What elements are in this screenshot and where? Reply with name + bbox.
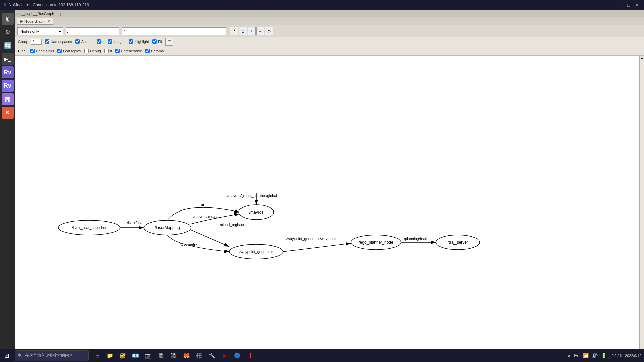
tray-volume[interactable]: 🔊 (591, 353, 599, 358)
main-content: rqt_graph__RosGraph - rqt ◉ Node Graph ✕… (15, 10, 644, 362)
options-row1: Group: Namespaces Actions tf Images (15, 37, 644, 46)
app-icon: 🖥 (3, 3, 7, 7)
tab-icon: ◉ (20, 19, 23, 23)
cb-tf2[interactable] (104, 49, 109, 53)
tray-battery[interactable]: 🔋 (600, 353, 608, 358)
settings-btn[interactable]: ⚙ (265, 27, 273, 35)
actions-label: Actions (81, 40, 93, 44)
leaf-topics-label: Leaf topics (63, 49, 81, 53)
explorer-btn[interactable]: 📁 (104, 349, 116, 362)
zoom-out-btn[interactable]: − (256, 27, 264, 35)
highlight-label: Highlight (135, 40, 149, 44)
plugin-tabs: ◉ Node Graph ✕ (15, 17, 644, 25)
unreachable-label: Unreachable (121, 49, 142, 53)
media-btn[interactable]: 🎬 (168, 349, 180, 362)
refresh-btn[interactable]: ↺ (230, 27, 238, 35)
lock-btn[interactable]: 🔐 (117, 349, 129, 362)
tray-network[interactable]: 📶 (582, 353, 590, 358)
cb-tf[interactable] (97, 39, 101, 44)
close-btn[interactable]: ✕ (633, 2, 641, 8)
node-mavros-label: /mavros (249, 210, 264, 215)
maximize-btn[interactable]: □ (625, 2, 633, 8)
taskbar-search[interactable]: 🔍 在这里输入你要搜索的内容 (15, 350, 89, 361)
window-title: rqt_graph__RosGraph - rqt (17, 12, 62, 16)
edge-label-imu: /mavros/imu/data (193, 215, 222, 219)
fit-label: Fit (158, 40, 162, 44)
search-placeholder: 在这里输入你要搜索的内容 (25, 353, 73, 358)
params-label: Params (151, 49, 164, 53)
tab-close-icon[interactable]: ✕ (47, 19, 50, 23)
sidebar: 🐧 ⚙ 🔄 ▶_ Rv Rv 📊 S (0, 10, 15, 362)
sidebar-ubuntu[interactable]: 🐧 (2, 13, 14, 25)
edge-laser-waypoint-odo (167, 235, 229, 252)
mode-select[interactable]: Nodes only Nodes/Topics (active) Nodes/T… (17, 27, 63, 35)
debug-label: Debug (90, 49, 101, 53)
music-btn[interactable]: ▶ (219, 349, 231, 362)
zoom-in-btn[interactable]: + (248, 27, 256, 35)
minimize-btn[interactable]: ─ (616, 2, 624, 8)
sidebar-rviz1[interactable]: Rv (2, 66, 14, 78)
fit-btn[interactable]: ⊡ (239, 27, 247, 35)
scroll-vtrack[interactable] (640, 60, 644, 353)
email-btn[interactable]: 📧 (129, 349, 142, 362)
group-label: Group: (18, 40, 30, 44)
node-graph-tab[interactable]: ◉ Node Graph ✕ (17, 18, 53, 25)
sidebar-terminal[interactable]: ▶_ (2, 53, 14, 65)
filter2-input[interactable] (122, 27, 226, 35)
sidebar-rviz2[interactable]: Rv (2, 80, 14, 92)
start-button[interactable]: ⊞ (0, 349, 13, 362)
tray-lang[interactable]: En (573, 353, 581, 358)
edge-label-odometry: /Odometry (180, 242, 197, 246)
node-traj-server-label: /traj_server (448, 240, 468, 245)
titlebar-text: NoMachine - Connection to 192.168.110.21… (9, 3, 89, 7)
filter1-input[interactable] (66, 27, 119, 35)
sidebar-sd[interactable]: S (2, 107, 14, 119)
taskbar: ⊞ 🔍 在这里输入你要搜索的内容 ⊟ 📁 🔐 📧 📷 📓 🎬 🦊 🌐 🔧 ▶ 🔵… (0, 349, 644, 362)
app2-btn[interactable]: 🔵 (231, 349, 244, 362)
sidebar-app[interactable]: 📊 (2, 93, 14, 105)
cb-actions[interactable] (75, 39, 80, 44)
edge-label-bspline: /planning/bspline (404, 237, 432, 241)
tray-date: 2022/9/12 (625, 354, 641, 358)
tray-time: 14:19 (612, 353, 622, 358)
camera-btn[interactable]: 📷 (142, 349, 154, 362)
app3-btn[interactable]: ❗ (244, 349, 256, 362)
edge-label-tf: /tf (201, 203, 204, 207)
tray-chevron[interactable]: ∧ (566, 353, 572, 358)
node-livox-label: /livox_lidar_publisher (72, 226, 107, 230)
edge-waypoint-ego (283, 243, 351, 252)
images-label: Images (113, 40, 125, 44)
note-btn[interactable]: 📓 (155, 349, 167, 362)
browser-btn[interactable]: 🦊 (180, 349, 193, 362)
namespaces-label: Namespaces (51, 40, 72, 44)
tab-label: Node Graph (24, 19, 45, 23)
toolbar: Nodes only Nodes/Topics (active) Nodes/T… (15, 25, 644, 37)
node-waypoint-gen-label: /waypoint_generator (239, 250, 273, 254)
group-spinbox[interactable] (31, 39, 42, 45)
graph-svg: /livox/lidar /tf /mavros/imu/data /Odome… (15, 56, 639, 357)
tf2-label: tf (110, 49, 112, 53)
cb-highlight[interactable] (129, 39, 133, 44)
cb-fit[interactable] (152, 39, 157, 44)
sidebar-updates[interactable]: 🔄 (2, 40, 14, 52)
node-ego-planner-label: /ego_planner_node (359, 240, 393, 245)
tool-btn[interactable]: 🔧 (206, 349, 218, 362)
tf-label: tf (102, 40, 104, 44)
cb-leaf-topics[interactable] (57, 49, 62, 53)
cb-dead-sinks[interactable] (30, 49, 35, 53)
sidebar-settings[interactable]: ⚙ (2, 26, 14, 38)
edge-label-livox-lidar: /livox/lidar (127, 221, 144, 225)
browser2-btn[interactable]: 🌐 (193, 349, 205, 362)
edge-label-waypoints: /waypoint_generator/waypoints (286, 237, 337, 241)
search-icon: 🔍 (18, 353, 23, 358)
cb-unreachable[interactable] (115, 49, 120, 53)
cb-images[interactable] (108, 39, 112, 44)
cb-debug[interactable] (84, 49, 89, 53)
graph-area[interactable]: /livox/lidar /tf /mavros/imu/data /Odome… (15, 56, 639, 357)
cb-params[interactable] (145, 49, 150, 53)
scroll-up-btn[interactable]: ▲ (640, 56, 644, 60)
taskview-btn[interactable]: ⊟ (91, 349, 103, 362)
box-btn[interactable]: □ (165, 38, 173, 46)
cb-namespaces[interactable] (45, 39, 49, 44)
edge-label-cloud: /cloud_registered (220, 223, 248, 227)
